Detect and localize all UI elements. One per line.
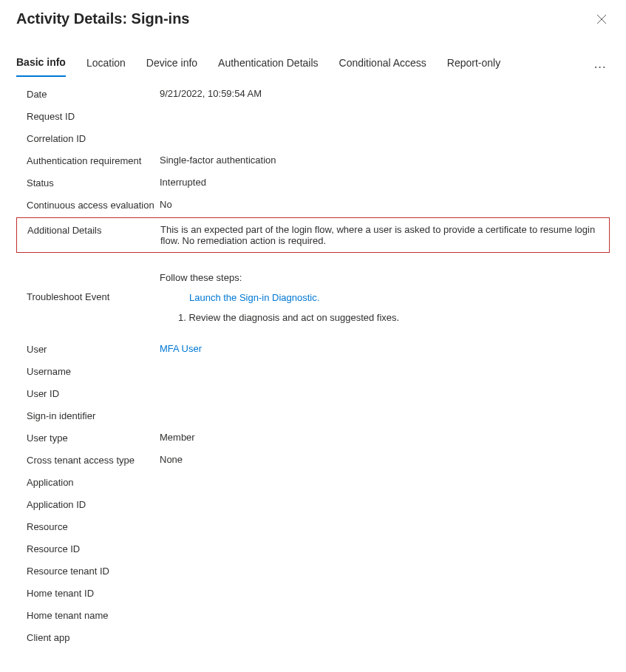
label-client-app: Client app <box>27 631 160 643</box>
row-resource-id: Resource ID <box>0 537 626 560</box>
row-cross-tenant: Cross tenant access type None <box>0 449 626 471</box>
tab-location[interactable]: Location <box>86 57 126 76</box>
label-user: User <box>27 343 160 355</box>
row-user-id: User ID <box>0 382 626 404</box>
row-date: Date 9/21/2022, 10:59:54 AM <box>0 83 626 105</box>
panel-header: Activity Details: Sign-ins <box>0 0 626 32</box>
value-cross-tenant: None <box>160 454 610 465</box>
label-user-id: User ID <box>27 387 160 399</box>
tab-auth-details[interactable]: Authentication Details <box>218 57 318 76</box>
label-application-id: Application ID <box>27 498 160 510</box>
row-request-id: Request ID <box>0 105 626 127</box>
tab-basic-info[interactable]: Basic info <box>16 56 66 77</box>
row-resource-tenant-id: Resource tenant ID <box>0 560 626 582</box>
label-auth-requirement: Authentication requirement <box>27 155 160 166</box>
label-username: Username <box>27 365 160 377</box>
troubleshoot-step1: 1. Review the diagnosis and act on sugge… <box>178 312 610 323</box>
more-icon: ··· <box>594 61 607 72</box>
label-cae: Continuous access evaluation <box>27 199 160 211</box>
content-scroll-area[interactable]: Basic info Location Device info Authenti… <box>0 44 626 672</box>
label-home-tenant-id: Home tenant ID <box>27 587 160 599</box>
label-date: Date <box>27 88 160 100</box>
troubleshoot-body: Follow these steps: Launch the Sign-in D… <box>160 272 610 323</box>
details-list: Date 9/21/2022, 10:59:54 AM Request ID C… <box>0 77 626 663</box>
row-home-tenant-id: Home tenant ID <box>0 582 626 604</box>
label-home-tenant-name: Home tenant name <box>27 609 160 621</box>
row-application: Application <box>0 471 626 493</box>
label-additional-details: Additional Details <box>27 224 160 236</box>
row-application-id: Application ID <box>0 493 626 515</box>
row-resource: Resource <box>0 515 626 537</box>
value-date: 9/21/2022, 10:59:54 AM <box>160 88 610 99</box>
user-link[interactable]: MFA User <box>160 343 202 354</box>
label-user-type: User type <box>27 432 160 444</box>
label-resource-tenant-id: Resource tenant ID <box>27 565 160 577</box>
tab-device-info[interactable]: Device info <box>146 57 197 76</box>
value-status: Interrupted <box>160 177 610 188</box>
label-request-id: Request ID <box>27 110 160 122</box>
row-additional-details: Additional Details This is an expected p… <box>16 217 610 253</box>
row-user: User MFA User <box>0 338 626 360</box>
row-home-tenant-name: Home tenant name <box>0 604 626 626</box>
launch-signin-diagnostic-link[interactable]: Launch the Sign-in Diagnostic. <box>189 292 610 303</box>
row-client-app: Client app <box>0 626 626 648</box>
row-status: Status Interrupted <box>0 172 626 194</box>
label-resource: Resource <box>27 520 160 532</box>
label-status: Status <box>27 177 160 189</box>
tab-report-only[interactable]: Report-only <box>447 57 500 76</box>
row-correlation-id: Correlation ID <box>0 127 626 149</box>
value-additional-details: This is an expected part of the login fl… <box>160 224 609 246</box>
value-auth-requirement: Single-factor authentication <box>160 155 610 166</box>
more-menu-button[interactable]: ··· <box>591 58 610 75</box>
row-cae: Continuous access evaluation No <box>0 194 626 216</box>
tab-conditional-access[interactable]: Conditional Access <box>339 57 426 76</box>
row-username: Username <box>0 360 626 382</box>
label-application: Application <box>27 476 160 488</box>
row-troubleshoot: Troubleshoot Event Follow these steps: L… <box>0 254 626 338</box>
page-title: Activity Details: Sign-ins <box>16 10 190 27</box>
troubleshoot-follow-text: Follow these steps: <box>160 272 610 283</box>
row-user-type: User type Member <box>0 427 626 449</box>
label-correlation-id: Correlation ID <box>27 132 160 144</box>
close-button[interactable] <box>593 11 610 27</box>
label-cross-tenant: Cross tenant access type <box>27 454 160 466</box>
label-troubleshoot: Troubleshoot Event <box>27 272 160 302</box>
close-icon <box>596 14 607 24</box>
row-signin-identifier: Sign-in identifier <box>0 404 626 427</box>
value-user-type: Member <box>160 432 610 443</box>
tab-bar: Basic info Location Device info Authenti… <box>0 44 626 77</box>
label-resource-id: Resource ID <box>27 543 160 554</box>
row-auth-requirement: Authentication requirement Single-factor… <box>0 149 626 172</box>
value-cae: No <box>160 199 610 210</box>
label-signin-identifier: Sign-in identifier <box>27 410 160 421</box>
